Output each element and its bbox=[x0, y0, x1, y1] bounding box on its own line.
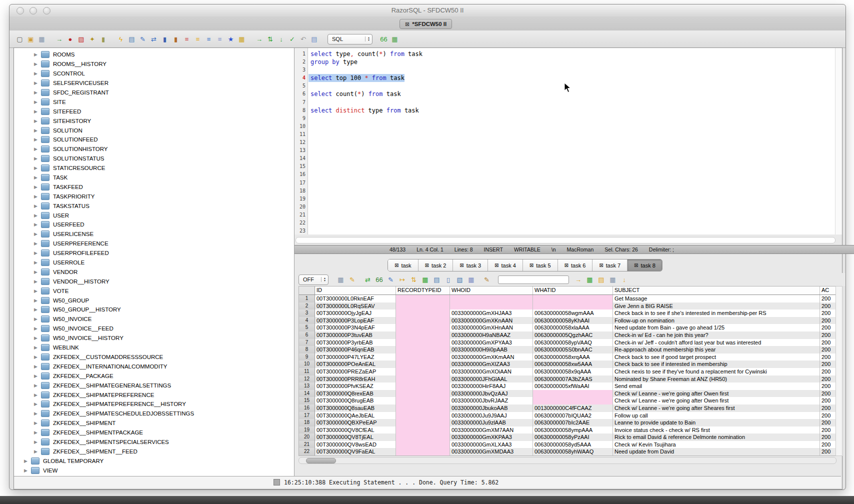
checklist-icon[interactable]: ▤ bbox=[128, 35, 136, 44]
save-grid-icon[interactable]: ▦ bbox=[608, 276, 617, 284]
edit-list-icon[interactable]: ≡ bbox=[216, 35, 224, 44]
sidebar-item[interactable]: ▶ ZKFEDEX__SHIPMATEPREFERENCE__HISTORY bbox=[14, 400, 294, 409]
sidebar-item[interactable]: ▶ W50_GROUP__HISTORY bbox=[14, 305, 294, 314]
close-results-tab-icon[interactable]: ⊠ bbox=[494, 262, 498, 268]
favorites-star-icon[interactable]: ★ bbox=[226, 35, 235, 44]
cell-activitydate[interactable]: 200 bbox=[820, 324, 836, 332]
results-tab[interactable]: ⊠ task 7 bbox=[592, 260, 627, 271]
refresh-results-icon[interactable]: ⇄ bbox=[364, 276, 372, 284]
disclosure-triangle-icon[interactable]: ▶ bbox=[34, 364, 41, 369]
results-tab[interactable]: ⊠ task 3 bbox=[452, 260, 488, 271]
cell-whoid[interactable]: 0033000000JbukoAAB bbox=[450, 404, 533, 412]
disclosure-triangle-icon[interactable]: ▶ bbox=[34, 336, 41, 340]
table-row[interactable]: 1 00T3000000L0RknEAF Get Massage 200 bbox=[299, 295, 836, 302]
cell-whoid[interactable]: 0033000000Ju9J9AAJ bbox=[450, 412, 533, 420]
sidebar-item[interactable]: ▶ TASK bbox=[14, 173, 294, 182]
disclosure-triangle-icon[interactable]: ▶ bbox=[34, 109, 41, 114]
cell-whatid[interactable]: 006300000058yd5AAA bbox=[533, 441, 613, 448]
sidebar-item[interactable]: ▶ SOLUTIONHISTORY bbox=[14, 144, 294, 154]
disclosure-triangle-icon[interactable]: ▶ bbox=[34, 80, 41, 86]
sidebar-item[interactable]: ▶ W50_INVOICE__HISTORY bbox=[14, 334, 294, 343]
cell-id[interactable]: 00T3000000QV8wsEAD bbox=[315, 441, 396, 448]
row-number-cell[interactable]: 10 bbox=[299, 360, 315, 368]
cell-whatid[interactable]: 006300000058ympAAA bbox=[533, 426, 613, 434]
cell-whoid[interactable]: 0033000000GmXMDAA3 bbox=[450, 448, 533, 456]
cell-subject[interactable]: Check w/ Leanne - we're going after Owen… bbox=[613, 397, 820, 404]
cell-recordtypeid[interactable] bbox=[396, 419, 450, 426]
cell-subject[interactable]: Check w/ Kevin Tsujihara bbox=[613, 441, 820, 448]
cell-subject[interactable]: Check w/ Leanne - we're going after Owen… bbox=[613, 390, 820, 398]
disclosure-triangle-icon[interactable]: ▶ bbox=[34, 241, 41, 246]
cell-whatid[interactable]: 006300000058yKhAAI bbox=[533, 317, 613, 324]
row-number-cell[interactable]: 14 bbox=[299, 390, 315, 398]
cell-activitydate[interactable]: 200 bbox=[820, 317, 836, 324]
cell-activitydate[interactable]: 200 bbox=[820, 397, 836, 404]
disclosure-triangle-icon[interactable]: ▶ bbox=[34, 175, 41, 180]
results-tab[interactable]: ⊠ task 6 bbox=[558, 260, 592, 271]
cell-recordtypeid[interactable] bbox=[396, 434, 450, 441]
copy-rows-icon[interactable]: ▧ bbox=[456, 276, 464, 284]
row-number-cell[interactable]: 8 bbox=[299, 346, 315, 354]
cell-recordtypeid[interactable] bbox=[396, 295, 450, 302]
sidebar-item[interactable]: ▶ ZKFEDEX__SHIPMATEGENERALSETTINGS bbox=[14, 380, 294, 390]
table-row[interactable]: 16 00T3000000Q8sauEAB 0033000000JbukoAAB… bbox=[299, 404, 836, 412]
row-number-cell[interactable]: 17 bbox=[299, 412, 315, 420]
close-results-tab-icon[interactable]: ⊠ bbox=[634, 262, 638, 268]
table-row[interactable]: 9 00T3000000P47LYEAZ 0033000000GmXKmAAN … bbox=[299, 354, 836, 361]
grid-vertical-scrollbar[interactable] bbox=[836, 286, 842, 456]
script-results-icon[interactable]: ▤ bbox=[597, 276, 606, 284]
cell-recordtypeid[interactable] bbox=[396, 448, 450, 456]
cell-subject[interactable]: Check back in to see if she's interested… bbox=[613, 310, 820, 317]
cell-subject[interactable]: Need update from David bbox=[613, 448, 820, 456]
cell-recordtypeid[interactable] bbox=[396, 302, 450, 310]
cell-activitydate[interactable]: 200 bbox=[820, 360, 836, 368]
sidebar-item[interactable]: ▶ W50_INVOICE bbox=[14, 314, 294, 324]
cell-whatid[interactable]: 00630000005S0bnAAC bbox=[533, 346, 613, 354]
disclosure-triangle-icon[interactable]: ▶ bbox=[34, 402, 41, 406]
disclosure-triangle-icon[interactable]: ▶ bbox=[34, 232, 41, 236]
cell-recordtypeid[interactable] bbox=[396, 376, 450, 383]
row-number-cell[interactable]: 11 bbox=[299, 368, 315, 376]
cell-activitydate[interactable]: 200 bbox=[820, 412, 836, 420]
function-lookup-icon[interactable]: 66 bbox=[380, 35, 388, 44]
cell-subject[interactable]: Follow-up on nomination bbox=[613, 317, 820, 324]
cell-recordtypeid[interactable] bbox=[396, 390, 450, 398]
cell-subject[interactable]: Leanne to provide update to Bain bbox=[613, 419, 820, 426]
disclosure-triangle-icon[interactable]: ▶ bbox=[34, 71, 41, 76]
sidebar-item[interactable]: ▶ SITEHISTORY bbox=[14, 116, 294, 126]
cell-activitydate[interactable]: 200 bbox=[820, 441, 836, 448]
copy-connection-icon[interactable]: ▧ bbox=[77, 35, 86, 44]
cell-id[interactable]: 00T3000000PfvKSEAZ bbox=[315, 382, 396, 390]
stepper-arrows-icon[interactable]: ▴▾ bbox=[365, 36, 372, 42]
cell-recordtypeid[interactable] bbox=[396, 382, 450, 390]
row-number-cell[interactable]: 12 bbox=[299, 376, 315, 383]
sql-mode-select[interactable]: SQL ▴▾ bbox=[328, 34, 372, 44]
database-icon[interactable]: ▮ bbox=[99, 35, 108, 44]
grid-list-icon[interactable]: ▤ bbox=[432, 276, 441, 284]
row-number-cell[interactable]: 21 bbox=[299, 441, 315, 448]
edit-page-icon[interactable]: ✎ bbox=[138, 35, 147, 44]
database-browser-panel[interactable]: ▶ ROOMS ▶ ROOMS__HISTORY ▶ SCONTROL bbox=[14, 48, 294, 476]
save-file-icon[interactable]: ▦ bbox=[38, 35, 46, 44]
format-sql-icon[interactable]: ≡ bbox=[194, 35, 202, 44]
cell-activitydate[interactable]: 200 bbox=[820, 382, 836, 390]
cell-whatid[interactable]: 00630000005xfWaAAI bbox=[533, 382, 613, 390]
sidebar-item[interactable]: ▶ TASKFEED bbox=[14, 182, 294, 192]
row-number-cell[interactable]: 18 bbox=[299, 419, 315, 426]
row-number-cell[interactable]: 13 bbox=[299, 382, 315, 390]
sidebar-item[interactable]: ▶ SCONTROL bbox=[14, 69, 294, 78]
scrollbar-thumb[interactable] bbox=[306, 458, 336, 464]
close-results-tab-icon[interactable]: ⊠ bbox=[564, 262, 568, 268]
cell-subject[interactable]: Check-in w/ Ed - can he join this year? bbox=[613, 332, 820, 339]
row-number-cell[interactable]: 19 bbox=[299, 426, 315, 434]
sidebar-item[interactable]: ▶ USERLICENSE bbox=[14, 230, 294, 239]
disclosure-triangle-icon[interactable]: ▶ bbox=[34, 270, 41, 274]
cell-activitydate[interactable]: 200 bbox=[820, 434, 836, 441]
disclosure-triangle-icon[interactable]: ▶ bbox=[34, 166, 41, 170]
row-number-cell[interactable]: 5 bbox=[299, 324, 315, 332]
cell-id[interactable]: 00T3000000OjyJgEAJ bbox=[315, 310, 396, 317]
cell-subject[interactable]: Send email bbox=[613, 382, 820, 390]
sidebar-item[interactable]: ▶ SELFSERVICEUSER bbox=[14, 78, 294, 88]
disclosure-triangle-icon[interactable]: ▶ bbox=[34, 354, 41, 360]
cell-whatid[interactable]: 006300000058wgmAAA bbox=[533, 310, 613, 317]
